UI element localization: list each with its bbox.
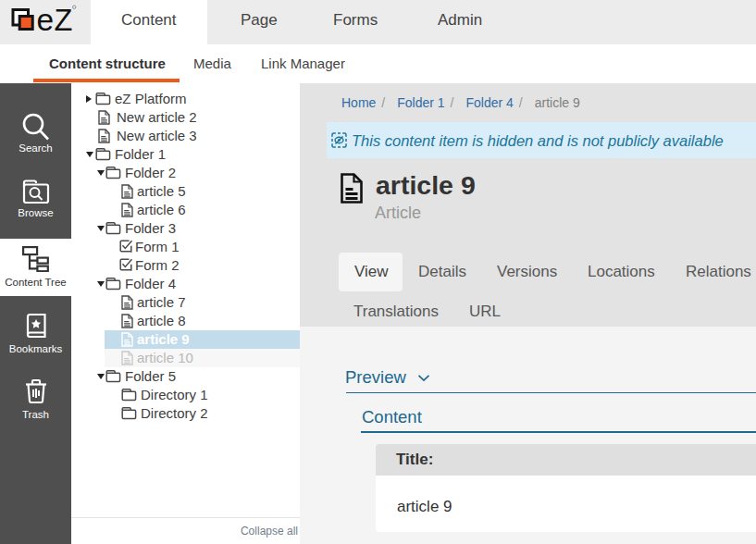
- svg-text:Z: Z: [55, 4, 73, 37]
- svg-text:e: e: [37, 3, 54, 37]
